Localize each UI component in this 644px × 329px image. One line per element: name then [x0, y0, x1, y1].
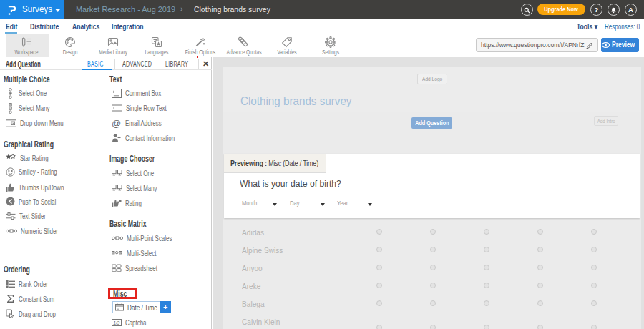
svg-text:@: @ — [112, 119, 121, 128]
svg-text:1/3: 1/3 — [113, 320, 119, 325]
